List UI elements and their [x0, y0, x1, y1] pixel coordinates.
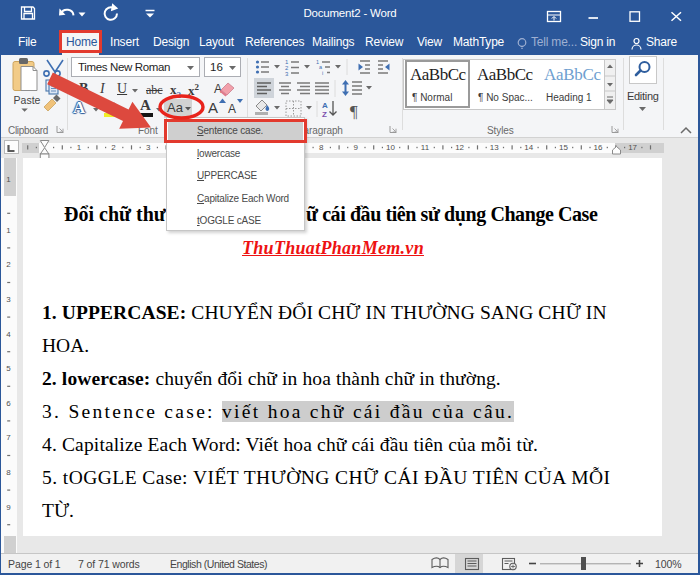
svg-text:15: 15: [559, 143, 568, 152]
svg-text:11: 11: [421, 143, 430, 152]
svg-text:A: A: [322, 101, 328, 110]
svg-text:1: 1: [6, 175, 11, 184]
svg-text:3: 3: [285, 71, 289, 77]
svg-text:i: i: [322, 70, 323, 76]
svg-text:6: 6: [6, 399, 11, 408]
svg-text:1: 1: [6, 226, 11, 235]
svg-text:4: 4: [6, 330, 11, 339]
svg-text:2: 2: [111, 143, 116, 152]
svg-text:8: 8: [6, 468, 11, 477]
svg-text:9: 9: [354, 143, 359, 152]
svg-text:14: 14: [524, 143, 533, 152]
svg-text:9: 9: [6, 503, 11, 512]
svg-text:¶: ¶: [350, 102, 358, 121]
svg-text:1: 1: [77, 143, 82, 152]
svg-text:3: 3: [6, 295, 11, 304]
svg-text:12: 12: [455, 143, 464, 152]
svg-text:A: A: [214, 82, 222, 96]
svg-text:10: 10: [386, 143, 395, 152]
svg-text:5: 5: [6, 364, 11, 373]
svg-text:8: 8: [319, 143, 324, 152]
svg-text:3: 3: [146, 143, 151, 152]
svg-text:13: 13: [490, 143, 499, 152]
svg-text:7: 7: [6, 433, 11, 442]
svg-text:17: 17: [628, 143, 637, 152]
svg-text:16: 16: [594, 143, 603, 152]
svg-text:2: 2: [6, 260, 11, 269]
svg-text:Z: Z: [322, 110, 327, 119]
